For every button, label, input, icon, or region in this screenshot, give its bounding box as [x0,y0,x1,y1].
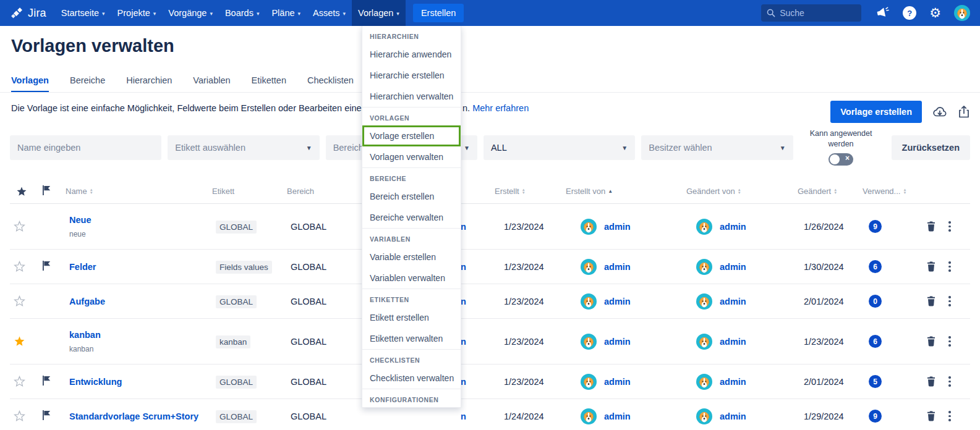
create-button[interactable]: Erstellen [413,4,464,22]
trash-icon[interactable] [926,261,936,272]
nav-menu-item-projekte[interactable]: Projekte ▾ [111,0,163,26]
created-by-link[interactable]: admin [604,337,631,347]
toggle-label: Kann angewendet werden [810,129,872,150]
nav-menu-item-boards[interactable]: Boards ▾ [219,0,265,26]
trash-icon[interactable] [926,336,936,347]
jira-logo-text: Jira [28,7,46,20]
created-by-link[interactable]: admin [604,377,631,387]
menu-item-hierarchien-verwalten[interactable]: Hierarchien verwalten [362,86,461,107]
export-icon[interactable] [958,105,970,119]
created-by-link[interactable]: admin [604,222,631,232]
trash-icon[interactable] [926,296,936,306]
covered-link-fragment[interactable]: n [461,337,466,347]
template-name-link[interactable]: Neue [69,215,91,225]
can-apply-toggle[interactable]: × [829,153,853,166]
trash-icon[interactable] [926,411,936,421]
column-header-bereich[interactable]: Bereich [287,187,362,196]
nav-menu-item-vorgänge[interactable]: Vorgänge ▾ [162,0,219,26]
template-name-link[interactable]: Felder [69,262,96,272]
page-title: Vorlagen verwalten [11,36,174,56]
settings-gear-icon[interactable]: ⚙ [929,7,941,20]
kebab-menu-icon[interactable] [948,296,951,306]
menu-item-bereich-erstellen[interactable]: Bereich erstellen [362,186,461,207]
learn-more-link[interactable]: Mehr erfahren [472,103,529,113]
covered-link-fragment[interactable]: n [461,297,466,306]
user-avatar[interactable] [954,5,970,21]
covered-link-fragment[interactable]: n [461,377,466,387]
menu-item-vorlagen-verwalten[interactable]: Vorlagen verwalten [362,146,461,167]
covered-link-fragment[interactable]: n [461,222,466,232]
kebab-menu-icon[interactable] [948,261,951,272]
modified-by-link[interactable]: admin [720,297,746,306]
covered-link-fragment[interactable]: n [461,411,466,421]
menu-item-vorlage-erstellen[interactable]: Vorlage erstellen [362,125,461,146]
menu-item-etikett-erstellen[interactable]: Etikett erstellen [362,307,461,328]
covered-link-fragment[interactable]: n [461,262,466,272]
column-header-name[interactable]: Name ▲▼ [66,187,212,196]
column-header-verwend-[interactable]: Verwend... ▲▼ [863,187,921,196]
nav-menu-item-startseite[interactable]: Startseite ▾ [55,0,111,26]
label-filter-select[interactable]: Etikett auswählen ▼ [168,135,319,160]
created-by-link[interactable]: admin [604,297,631,306]
star-toggle-button[interactable] [14,410,37,422]
menu-item-bereiche-verwalten[interactable]: Bereiche verwalten [362,207,461,228]
template-name-link[interactable]: Aufgabe [69,297,105,306]
create-template-button[interactable]: Vorlage erstellen [830,101,922,123]
star-toggle-button[interactable] [14,376,37,387]
nav-search-box[interactable] [761,4,861,22]
reset-button[interactable]: Zurücksetzen [892,135,970,160]
tab-hierarchien[interactable]: Hierarchien [126,75,172,92]
column-header-geändert[interactable]: Geändert ▲▼ [798,187,863,196]
created-by-link[interactable]: admin [604,262,631,272]
kebab-menu-icon[interactable] [948,376,951,387]
column-header-erstellt[interactable]: Erstellt ▲▼ [495,187,566,196]
name-filter-field[interactable] [10,135,161,160]
modified-by-link[interactable]: admin [720,262,746,272]
cloud-download-icon[interactable] [932,105,947,119]
star-toggle-button[interactable] [14,221,37,232]
megaphone-icon[interactable] [876,7,890,19]
search-input[interactable] [780,8,848,18]
nav-menu-item-pläne[interactable]: Pläne ▾ [265,0,307,26]
tab-checklisten[interactable]: Checklisten [307,75,354,92]
modified-by-link[interactable]: admin [720,222,746,232]
menu-item-checklisten-verwalten[interactable]: Checklisten verwalten [362,368,461,389]
nav-menu-item-assets[interactable]: Assets ▾ [307,0,352,26]
column-header-geändert-von[interactable]: Geändert von ▲▼ [686,187,798,196]
kebab-menu-icon[interactable] [948,411,951,421]
modified-by-link[interactable]: admin [720,377,746,387]
template-name-link[interactable]: kanban [69,330,101,340]
kebab-menu-icon[interactable] [948,221,951,232]
column-header-etikett[interactable]: Etikett [212,187,287,196]
star-toggle-button[interactable] [14,335,37,347]
menu-item-variablen-verwalten[interactable]: Variablen verwalten [362,268,461,289]
trash-icon[interactable] [926,221,936,232]
name-filter-input[interactable] [17,143,154,153]
menu-item-hierarchie-anwenden[interactable]: Hierarchie anwenden [362,44,461,65]
menu-item-etiketten-verwalten[interactable]: Etiketten verwalten [362,328,461,349]
modified-by-link[interactable]: admin [720,411,746,421]
created-by-link[interactable]: admin [604,411,631,421]
star-toggle-button[interactable] [14,295,37,307]
trash-icon[interactable] [926,376,936,387]
tab-vorlagen[interactable]: Vorlagen [11,75,49,92]
template-name-link[interactable]: Standardvorlage Scrum+Story [69,411,198,421]
modified-by-link[interactable]: admin [720,337,746,347]
area-value: GLOBAL [287,377,362,387]
jira-logo[interactable]: Jira [10,6,46,20]
kebab-menu-icon[interactable] [948,336,951,347]
help-icon[interactable]: ? [903,6,916,20]
status-filter-select[interactable]: ALL ▼ [484,135,635,160]
tab-variablen[interactable]: Variablen [193,75,230,92]
menu-item-hierarchie-erstellen[interactable]: Hierarchie erstellen [362,65,461,86]
chevron-down-icon: ▾ [298,11,301,17]
owner-filter-select[interactable]: Besitzer wählen ▼ [641,135,793,160]
star-toggle-button[interactable] [14,261,37,272]
template-name-link[interactable]: Entwicklung [69,377,122,387]
tab-bereiche[interactable]: Bereiche [70,75,105,92]
nav-menu-item-vorlagen[interactable]: Vorlagen ▾ [352,0,406,26]
tab-etiketten[interactable]: Etiketten [252,75,286,92]
column-header-erstellt-von[interactable]: Erstellt von ▲ [566,187,686,196]
menu-item-variable-erstellen[interactable]: Variable erstellen [362,247,461,268]
chevron-down-icon: ▼ [621,145,628,151]
